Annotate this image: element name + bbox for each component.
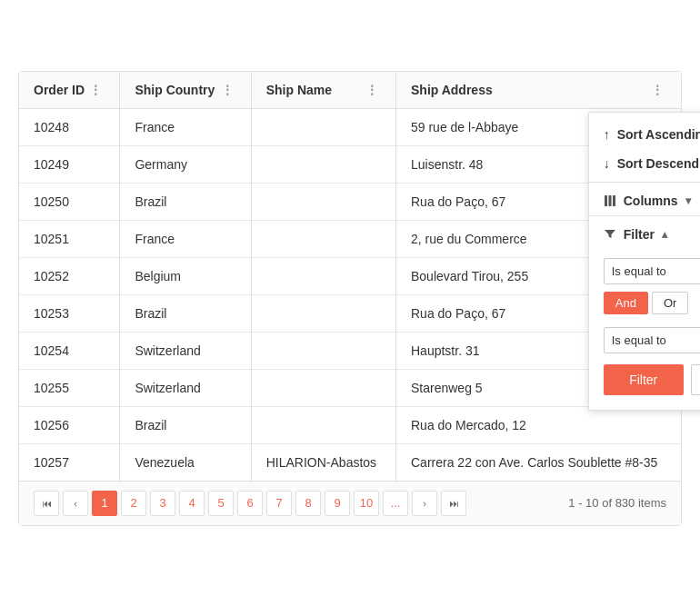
cell-ship_name — [251, 183, 395, 220]
cell-ship_country: Switzerland — [120, 332, 251, 369]
table-row: 10250BrazilRua do Paço, 67 — [19, 183, 681, 220]
svg-rect-1 — [608, 195, 611, 206]
svg-rect-2 — [613, 195, 615, 206]
sort-descending-item[interactable]: ↓ Sort Descending — [589, 149, 700, 178]
sort-ascending-item[interactable]: ↑ Sort Ascending — [589, 120, 700, 149]
cell-order_id: 10251 — [19, 220, 120, 257]
col-menu-ship-country[interactable]: ⋮ — [219, 83, 236, 97]
and-button[interactable]: And — [604, 292, 648, 314]
page-button-9[interactable]: 9 — [325, 491, 350, 516]
table-row: 10256BrazilRua do Mercado, 12 — [19, 406, 681, 443]
sort-ascending-label: Sort Ascending — [617, 127, 700, 142]
table-row: 10248France59 rue de l-Abbaye — [19, 108, 681, 145]
cell-ship_country: Switzerland — [120, 369, 251, 406]
cell-ship_name — [251, 369, 395, 406]
col-menu-ship-name[interactable]: ⋮ — [364, 83, 381, 97]
columns-label: Columns — [624, 194, 678, 208]
col-label-order-id: Order ID — [34, 83, 85, 97]
page-button-7[interactable]: 7 — [266, 491, 292, 516]
cell-ship_name — [251, 406, 395, 443]
columns-section: Columns ▾ — [589, 186, 700, 212]
cell-order_id: 10256 — [19, 406, 120, 443]
filter-button[interactable]: Filter — [604, 364, 684, 395]
col-header-ship-name: Ship Name ⋮ ↑ Sort Ascending ↓ Sort Desc… — [251, 72, 395, 109]
cell-ship_country: Germany — [120, 145, 251, 183]
pagination-info: 1 - 10 of 830 items — [568, 496, 666, 510]
page-ellipsis: ... — [383, 491, 408, 516]
page-button-10[interactable]: 10 — [354, 491, 379, 516]
page-button-8[interactable]: 8 — [295, 491, 321, 516]
col-label-ship-name: Ship Name — [266, 83, 332, 97]
page-button-2[interactable]: 2 — [121, 491, 146, 516]
pagination-controls: ⏮ ‹ 1 2 3 4 5 6 7 8 9 10 ... › ⏭ — [34, 491, 466, 516]
menu-divider-1 — [589, 182, 700, 183]
page-button-5[interactable]: 5 — [208, 491, 234, 516]
columns-icon — [604, 194, 616, 207]
main-container: Order ID ⋮ Ship Country ⋮ Ship Name ⋮ — [18, 71, 682, 526]
filter-icon — [604, 228, 616, 241]
cell-order_id: 10257 — [19, 443, 120, 481]
cell-ship_country: Brazil — [120, 183, 251, 220]
table-row: 10257VenezuelaHILARION-AbastosCarrera 22… — [19, 443, 681, 481]
sort-desc-icon: ↓ — [604, 156, 610, 171]
clear-button[interactable]: Clear — [691, 364, 700, 395]
page-button-6[interactable]: 6 — [237, 491, 263, 516]
table-row: 10249GermanyLuisenstr. 48 — [19, 145, 681, 183]
table-row: 10252BelgiumBoulevard Tirou, 255 — [19, 257, 681, 294]
cell-order_id: 10249 — [19, 145, 120, 183]
last-page-button[interactable]: ⏭ — [441, 491, 466, 516]
cell-order_id: 10248 — [19, 108, 120, 145]
cell-ship_country: Brazil — [120, 406, 251, 443]
col-label-ship-country: Ship Country — [135, 83, 215, 97]
filter-actions: Filter Clear — [604, 364, 700, 395]
cell-ship_name — [251, 294, 395, 332]
page-button-3[interactable]: 3 — [150, 491, 175, 516]
cell-ship_country: Venezuela — [120, 443, 251, 481]
cell-ship_name — [251, 332, 395, 369]
col-header-order-id: Order ID ⋮ — [19, 72, 120, 109]
cell-ship_name: HILARION-Abastos — [251, 443, 395, 481]
cell-order_id: 10252 — [19, 257, 120, 294]
col-label-ship-address: Ship Address — [411, 83, 493, 97]
table-row: 10253BrazilRua do Paço, 67 — [19, 294, 681, 332]
cell-order_id: 10255 — [19, 369, 120, 406]
page-button-1[interactable]: 1 — [92, 491, 117, 516]
col-menu-order-id[interactable]: ⋮ — [87, 83, 105, 97]
col-header-ship-address: Ship Address ⋮ — [396, 72, 682, 109]
page-button-4[interactable]: 4 — [179, 491, 205, 516]
filter-row-1: Is equal to Is not equal to Starts with … — [604, 253, 700, 284]
data-table: Order ID ⋮ Ship Country ⋮ Ship Name ⋮ — [19, 72, 681, 481]
first-page-button[interactable]: ⏮ — [34, 491, 59, 516]
prev-page-button[interactable]: ‹ — [63, 491, 88, 516]
filter-section-header: Filter ▴ — [589, 220, 700, 245]
filter-condition-select-1[interactable]: Is equal to Is not equal to Starts with … — [604, 258, 700, 284]
cell-ship_country: France — [120, 220, 251, 257]
col-menu-ship-address[interactable]: ⋮ — [649, 83, 666, 97]
filter-condition-select-2[interactable]: Is equal to Is not equal to — [604, 327, 700, 353]
cell-ship_name — [251, 220, 395, 257]
logic-buttons: And Or — [604, 292, 700, 314]
filter-chevron-icon[interactable]: ▴ — [662, 228, 667, 241]
cell-ship_address: Rua do Mercado, 12 — [396, 406, 682, 443]
columns-chevron-icon[interactable]: ▾ — [685, 194, 691, 207]
cell-ship_address: Carrera 22 con Ave. Carlos Soublette #8-… — [396, 443, 682, 481]
sort-descending-label: Sort Descending — [617, 156, 700, 171]
or-button[interactable]: Or — [652, 292, 688, 314]
table-row: 10255SwitzerlandStarenweg 5 — [19, 369, 681, 406]
next-page-button[interactable]: › — [412, 491, 437, 516]
column-dropdown-menu: ↑ Sort Ascending ↓ Sort Descending — [588, 112, 700, 411]
filter-label: Filter — [624, 227, 655, 242]
cell-ship_name — [251, 257, 395, 294]
menu-divider-2 — [589, 215, 700, 216]
pagination-bar: ⏮ ‹ 1 2 3 4 5 6 7 8 9 10 ... › ⏭ 1 - 10 … — [19, 481, 681, 525]
cell-order_id: 10254 — [19, 332, 120, 369]
filter-row-2: Is equal to Is not equal to — [604, 322, 700, 353]
table-row: 10251France2, rue du Commerce — [19, 220, 681, 257]
filter-section-body: Is equal to Is not equal to Starts with … — [589, 245, 700, 402]
cell-ship_country: Belgium — [120, 257, 251, 294]
cell-ship_country: France — [120, 108, 251, 145]
sort-asc-icon: ↑ — [604, 127, 610, 142]
cell-ship_name — [251, 108, 395, 145]
cell-ship_country: Brazil — [120, 294, 251, 332]
col-header-ship-country: Ship Country ⋮ — [120, 72, 251, 109]
